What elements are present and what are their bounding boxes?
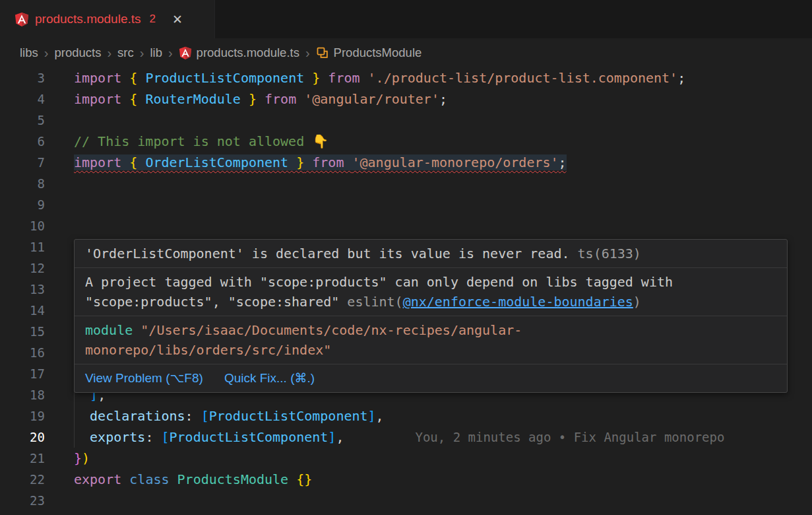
- token: }: [74, 450, 82, 466]
- line-number[interactable]: 6: [0, 131, 45, 152]
- token: ;: [439, 91, 447, 107]
- eslint-rule-link[interactable]: @nx/enforce-module-boundaries: [403, 294, 633, 310]
- token: {: [129, 154, 145, 170]
- tab-products-module-ts[interactable]: products.module.ts 2 ✕: [0, 0, 215, 38]
- breadcrumb-item-products-module-ts[interactable]: products.module.ts: [179, 46, 299, 60]
- line-number[interactable]: 3: [0, 67, 45, 88]
- breadcrumb-label: libs: [20, 46, 38, 60]
- line-number[interactable]: 21: [0, 448, 45, 469]
- code-line-23[interactable]: 23: [0, 490, 812, 511]
- close-icon[interactable]: ✕: [172, 12, 183, 27]
- breadcrumb-label: src: [117, 46, 134, 60]
- hover-section-eslint-diagnostic: A project tagged with "scope:products" c…: [75, 268, 787, 316]
- token: OrderListComponent: [145, 154, 288, 170]
- quick-fix-action[interactable]: Quick Fix... (⌘.): [224, 370, 315, 386]
- line-number[interactable]: 14: [0, 300, 45, 321]
- chevron-right-icon: ›: [134, 46, 150, 61]
- token: ;: [677, 70, 685, 86]
- token: ]: [328, 429, 336, 445]
- line-content: // This import is not allowed 👇: [74, 131, 328, 152]
- code-line-3[interactable]: 3import { ProductListComponent } from '.…: [0, 67, 812, 88]
- chevron-right-icon: ›: [162, 46, 179, 61]
- line-number[interactable]: 17: [0, 363, 45, 384]
- token: ]: [368, 408, 376, 424]
- line-content: exports: [ProductListComponent],You, 2 m…: [74, 427, 724, 448]
- token: }: [241, 91, 257, 107]
- hover-actions: View Problem (⌥F8)Quick Fix... (⌘.): [75, 364, 787, 392]
- hover-text: 'OrderListComponent' is declared but its…: [85, 246, 570, 261]
- code-line-4[interactable]: 4import { RouterModule } from '@angular/…: [0, 88, 812, 110]
- token: // This import is not allowed: [74, 133, 312, 149]
- hover-section-ts-diagnostic: 'OrderListComponent' is declared but its…: [75, 240, 787, 268]
- line-number[interactable]: 20: [0, 427, 45, 448]
- line-number[interactable]: 16: [0, 342, 45, 363]
- line-number[interactable]: 7: [0, 152, 45, 173]
- line-number[interactable]: 23: [0, 490, 45, 511]
- hover-sections: 'OrderListComponent' is declared but its…: [75, 240, 787, 364]
- code-line-10[interactable]: 10: [0, 215, 812, 236]
- breadcrumb-label: lib: [150, 46, 162, 60]
- breadcrumb-label: products: [54, 46, 101, 60]
- hover-text: ts(6133): [570, 246, 641, 261]
- line-number[interactable]: 18: [0, 384, 45, 405]
- line-number[interactable]: 12: [0, 258, 45, 279]
- breadcrumb-item-src[interactable]: src: [117, 46, 134, 60]
- line-content: }): [74, 448, 90, 469]
- code-line-8[interactable]: 8: [0, 173, 812, 194]
- token: [: [201, 408, 209, 424]
- token: from: [320, 70, 367, 86]
- code-line-22[interactable]: 22export class ProductsModule {}: [0, 469, 812, 490]
- code-line-6[interactable]: 6// This import is not allowed 👇: [0, 131, 812, 152]
- code-line-21[interactable]: 21}): [0, 448, 812, 469]
- breadcrumb-label: ProductsModule: [334, 46, 422, 60]
- breadcrumb-item-libs[interactable]: libs: [20, 46, 38, 60]
- token: '@angular-monorepo/orders': [352, 154, 558, 170]
- indent-guide: [74, 405, 90, 427]
- line-number[interactable]: 9: [0, 194, 45, 215]
- hover-message: 'OrderListComponent' is declared but its…: [85, 244, 745, 263]
- angular-icon: [15, 12, 29, 26]
- token: ProductsModule: [177, 471, 297, 487]
- line-number[interactable]: 4: [0, 88, 45, 110]
- hover-message: A project tagged with "scope:products" c…: [85, 272, 745, 312]
- indent-guide: [74, 427, 90, 448]
- line-content: import { OrderListComponent } from '@ang…: [74, 152, 567, 173]
- view-problem-action[interactable]: View Problem (⌥F8): [85, 370, 203, 386]
- code-line-7[interactable]: 7import { OrderListComponent } from '@an…: [0, 152, 812, 173]
- token: :: [185, 408, 201, 424]
- line-number[interactable]: 19: [0, 405, 45, 427]
- breadcrumb-item-productsmodule[interactable]: ProductsModule: [316, 46, 422, 60]
- token: ProductListComponent: [209, 408, 368, 424]
- line-number[interactable]: 10: [0, 215, 45, 236]
- token: '@angular/router': [304, 91, 439, 107]
- hover-text: ): [633, 294, 641, 310]
- hover-text: "/Users/isaac/Documents/code/nx-recipes/…: [85, 322, 522, 358]
- code-line-9[interactable]: 9: [0, 194, 812, 215]
- line-number[interactable]: 15: [0, 321, 45, 342]
- token: ,: [336, 429, 344, 445]
- chevron-right-icon: ›: [38, 46, 55, 61]
- line-number[interactable]: 22: [0, 469, 45, 490]
- hover-text: eslint(: [347, 294, 402, 310]
- token: {: [129, 91, 145, 107]
- tab-title: products.module.ts: [35, 12, 141, 26]
- token: ;: [559, 154, 567, 170]
- line-number[interactable]: 5: [0, 110, 45, 131]
- line-content: import { ProductListComponent } from './…: [74, 67, 685, 88]
- breadcrumb-item-products[interactable]: products: [54, 46, 101, 60]
- token: import: [74, 154, 129, 170]
- line-number[interactable]: 11: [0, 236, 45, 258]
- token: {: [129, 70, 145, 86]
- line-number[interactable]: 8: [0, 173, 45, 194]
- line-number[interactable]: 13: [0, 279, 45, 300]
- code-line-5[interactable]: 5: [0, 110, 812, 131]
- class-icon: [316, 46, 329, 59]
- error-squiggle-range: import { OrderListComponent } from '@ang…: [74, 154, 567, 170]
- code-line-20[interactable]: 20 exports: [ProductListComponent],You, …: [0, 427, 812, 448]
- code-line-19[interactable]: 19 declarations: [ProductListComponent],: [0, 405, 812, 427]
- tab-problems-badge: 2: [150, 13, 156, 26]
- vscode-window: products.module.ts 2 ✕ libs›products›src…: [0, 0, 812, 515]
- breadcrumb-item-lib[interactable]: lib: [150, 46, 162, 60]
- token: 👇: [312, 133, 328, 149]
- tab-bar: products.module.ts 2 ✕: [0, 0, 812, 38]
